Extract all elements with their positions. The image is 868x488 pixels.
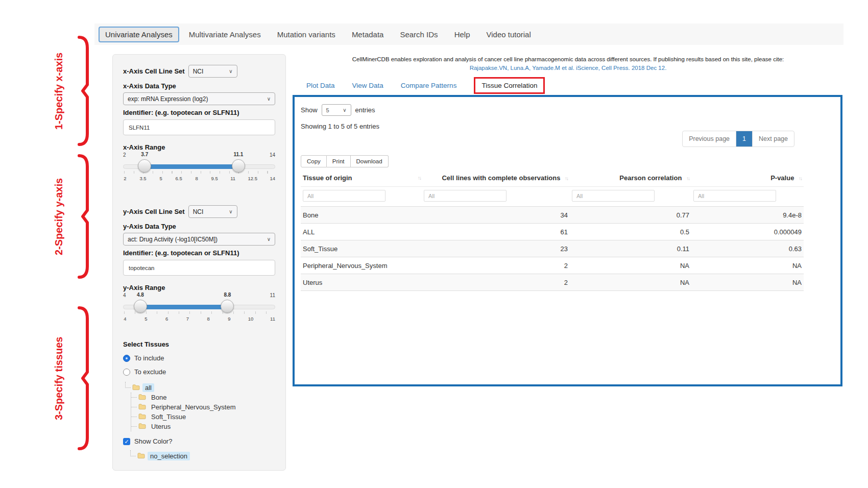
nav-tab-mutation-variants[interactable]: Mutation variants bbox=[271, 27, 342, 42]
y-axis-cell-line-set-label: y-Axis Cell Line Set bbox=[123, 208, 185, 215]
folder-icon bbox=[137, 452, 145, 460]
tree-node-soft-tissue[interactable]: Soft_Tissue bbox=[131, 412, 275, 422]
nav-tab-help[interactable]: Help bbox=[448, 27, 477, 42]
tree-node-uterus[interactable]: Uterus bbox=[131, 422, 275, 431]
tree-node-peripheral-nervous-system[interactable]: Peripheral_Nervous_System bbox=[131, 402, 275, 412]
nav-tab-search-ids[interactable]: Search IDs bbox=[393, 27, 444, 42]
tick-label: 11 bbox=[270, 316, 275, 322]
x-axis-data-type-select[interactable]: exp: mRNA Expression (log2) ∨ bbox=[123, 92, 275, 105]
annotation-step-2: 2-Specify y-axis bbox=[45, 153, 90, 280]
x-axis-identifier-input[interactable] bbox=[123, 119, 275, 135]
y-axis-data-type-label: y-Axis Data Type bbox=[123, 223, 275, 230]
slider-min-label: 2 bbox=[123, 152, 126, 158]
x-axis-cell-line-set-row: x-Axis Cell Line Set NCI ∨ bbox=[123, 65, 275, 78]
cell-tissue: Peripheral_Nervous_System bbox=[301, 257, 422, 274]
tree-node-all[interactable]: all bbox=[123, 383, 275, 393]
slider-from-value: 4.8 bbox=[137, 292, 144, 298]
checkbox-checked-icon[interactable]: ✓ bbox=[123, 438, 130, 445]
slider-handle-from[interactable] bbox=[138, 159, 151, 173]
tree-connector bbox=[125, 382, 131, 388]
print-button[interactable]: Print bbox=[327, 155, 351, 167]
annotation-step-1-label: 1-Specify x-axis bbox=[45, 35, 73, 147]
tissue-correlation-panel: Show 5 ∨ entries Showing 1 to 5 of 5 ent… bbox=[293, 95, 842, 386]
tick-label: 6.5 bbox=[175, 176, 182, 181]
tick-label: 7 bbox=[185, 316, 189, 322]
x-axis-cell-line-set-value: NCI bbox=[193, 68, 204, 75]
x-axis-cell-line-set-select[interactable]: NCI ∨ bbox=[188, 65, 237, 78]
subtab-compare-patterns[interactable]: Compare Patterns bbox=[401, 82, 457, 89]
radio-unselected-icon[interactable] bbox=[123, 369, 130, 376]
tree-node-label: Soft_Tissue bbox=[149, 412, 188, 421]
subtab-view-data[interactable]: View Data bbox=[352, 82, 383, 89]
to-include-label: To include bbox=[134, 354, 164, 362]
tree-node-bone[interactable]: Bone bbox=[131, 393, 275, 402]
sort-icon[interactable]: ↑↓ bbox=[418, 175, 421, 181]
filter-input-tissue[interactable] bbox=[303, 190, 385, 202]
to-exclude-option[interactable]: To exclude bbox=[123, 368, 275, 376]
nav-tab-univariate-analyses[interactable]: Univariate Analyses bbox=[99, 27, 179, 42]
select-tissues-label: Select Tissues bbox=[123, 340, 275, 348]
subtab-tissue-correlation[interactable]: Tissue Correlation bbox=[474, 77, 545, 94]
nav-tab-multivariate-analyses[interactable]: Multivariate Analyses bbox=[182, 27, 268, 42]
slider-handle-to[interactable] bbox=[232, 159, 245, 173]
table-row: Peripheral_Nervous_System 2 NA NA bbox=[301, 257, 804, 274]
sort-icon[interactable]: ↑↓ bbox=[686, 176, 689, 181]
column-header-tissue-of-origin[interactable]: Tissue of origin ↑↓ bbox=[301, 169, 422, 187]
slider-handle-to[interactable] bbox=[221, 300, 234, 313]
cell-correlation: NA bbox=[570, 274, 691, 291]
slider-from-value: 3.7 bbox=[141, 152, 148, 157]
tree-node-no-selection[interactable]: no_selection bbox=[128, 451, 275, 461]
y-axis-data-type-select[interactable]: act: Drug Activity (-log10[IC50M]) ∨ bbox=[123, 233, 275, 246]
filter-input-p-value[interactable] bbox=[693, 190, 776, 202]
tick-label: 5 bbox=[144, 316, 148, 322]
tissue-tree: all Bone Peripheral_Nervous_System Soft_… bbox=[123, 383, 275, 431]
y-axis-cell-line-set-value: NCI bbox=[193, 208, 204, 215]
citation-reference-link[interactable]: Rajapakse.VN, Luna.A, Yamade.M et al. iS… bbox=[294, 64, 842, 72]
y-axis-range-label: y-Axis Range bbox=[123, 284, 275, 291]
sort-icon[interactable]: ↑↓ bbox=[565, 176, 568, 181]
column-label: Cell lines with complete observations bbox=[442, 174, 560, 182]
tick-label: 8 bbox=[206, 316, 210, 322]
showing-entries-status: Showing 1 to 5 of 5 entries bbox=[301, 123, 379, 130]
x-axis-range-slider[interactable]: 2 14 3.7 11.1 2 3.5 5 6.5 8 9.5 11 12.5 … bbox=[123, 152, 275, 193]
color-selection-tree: no_selection bbox=[128, 451, 275, 461]
previous-page-button[interactable]: Previous page bbox=[683, 131, 736, 147]
sort-icon[interactable]: ↑↓ bbox=[799, 176, 802, 181]
radio-selected-icon[interactable] bbox=[123, 355, 130, 362]
show-color-label: Show Color? bbox=[134, 437, 172, 445]
download-button[interactable]: Download bbox=[351, 155, 389, 167]
chevron-down-icon: ∨ bbox=[267, 96, 271, 102]
next-page-button[interactable]: Next page bbox=[753, 131, 794, 147]
nav-tab-video-tutorial[interactable]: Video tutorial bbox=[479, 27, 537, 42]
nav-tab-metadata[interactable]: Metadata bbox=[345, 27, 391, 42]
tick-label: 9.5 bbox=[211, 176, 218, 181]
tick-label: 2 bbox=[123, 176, 127, 181]
show-label: Show bbox=[301, 106, 318, 114]
copy-button[interactable]: Copy bbox=[301, 155, 327, 167]
cell-p-value: 0.63 bbox=[691, 240, 804, 257]
tick-label: 14 bbox=[270, 176, 275, 181]
to-include-option[interactable]: To include bbox=[123, 354, 275, 362]
page-number-button[interactable]: 1 bbox=[736, 131, 753, 147]
column-header-cell-lines[interactable]: Cell lines with complete observations ↑↓ bbox=[422, 169, 570, 187]
cell-correlation: 0.5 bbox=[570, 224, 691, 240]
slider-fill bbox=[144, 164, 238, 169]
y-axis-range-slider[interactable]: 4 11 4.8 8.8 4 5 6 7 8 9 10 11 bbox=[123, 292, 275, 333]
table-row: Bone 34 0.77 9.4e-8 bbox=[301, 207, 804, 224]
column-header-pearson-correlation[interactable]: Pearson correlation ↑↓ bbox=[570, 169, 691, 187]
slider-handle-from[interactable] bbox=[134, 300, 147, 313]
page-length-select[interactable]: 5 ∨ bbox=[322, 104, 351, 116]
y-axis-identifier-input[interactable] bbox=[123, 260, 275, 276]
folder-icon bbox=[132, 384, 140, 392]
y-axis-cell-line-set-select[interactable]: NCI ∨ bbox=[188, 205, 237, 218]
show-color-option[interactable]: ✓ Show Color? bbox=[123, 437, 275, 445]
chevron-down-icon: ∨ bbox=[343, 107, 346, 113]
page-length-value: 5 bbox=[326, 107, 329, 113]
table-row: ALL 61 0.5 0.000049 bbox=[301, 224, 804, 240]
filter-input-pearson[interactable] bbox=[572, 190, 655, 202]
subtab-plot-data[interactable]: Plot Data bbox=[306, 82, 335, 89]
column-label: Pearson correlation bbox=[619, 174, 682, 182]
cell-count: 2 bbox=[422, 274, 570, 291]
filter-input-cell-lines[interactable] bbox=[424, 190, 507, 202]
column-header-p-value[interactable]: P-value ↑↓ bbox=[691, 169, 804, 187]
